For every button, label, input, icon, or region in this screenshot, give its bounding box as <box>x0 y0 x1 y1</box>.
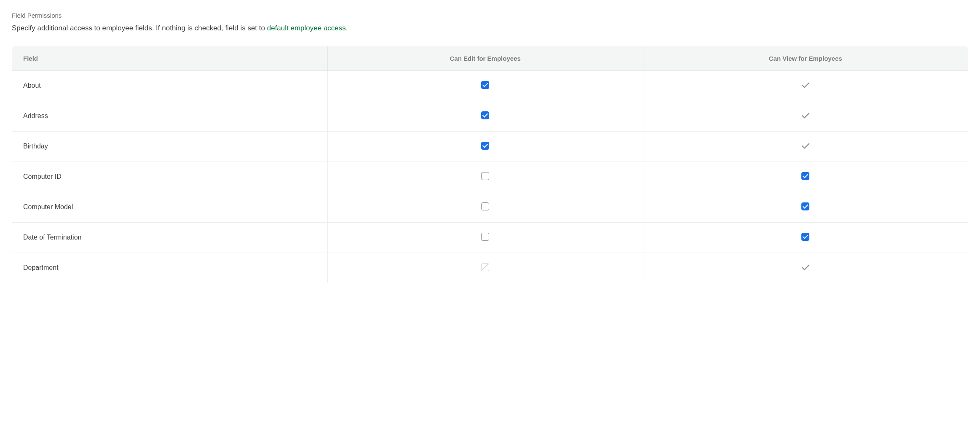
field-name-cell: Address <box>12 101 328 131</box>
field-name-cell: Computer ID <box>12 162 328 192</box>
field-name-cell: About <box>12 70 328 101</box>
checkbox-edit-unchecked[interactable] <box>481 202 489 210</box>
edit-cell <box>327 70 643 101</box>
field-name-cell: Computer Model <box>12 192 328 222</box>
checkbox-edit-disabled <box>481 263 489 271</box>
table-row: Date of Termination <box>12 222 968 253</box>
col-view: Can View for Employees <box>643 46 968 70</box>
default-access-link[interactable]: default employee access. <box>267 24 348 32</box>
description-text: Specify additional access to employee fi… <box>12 24 267 32</box>
checkmark-icon <box>801 142 811 150</box>
edit-cell <box>327 192 643 222</box>
checkmark-icon <box>801 111 811 120</box>
table-row: About <box>12 70 968 101</box>
checkbox-view-checked[interactable] <box>801 202 809 210</box>
view-cell <box>643 192 968 222</box>
table-row: Birthday <box>12 131 968 162</box>
view-cell <box>643 162 968 192</box>
table-row: Computer Model <box>12 192 968 222</box>
checkbox-view-checked[interactable] <box>801 172 809 180</box>
view-cell <box>643 222 968 253</box>
view-cell <box>643 70 968 101</box>
col-field: Field <box>12 46 328 70</box>
edit-cell <box>327 253 643 283</box>
table-row: Department <box>12 253 968 283</box>
table-row: Computer ID <box>12 162 968 192</box>
section-description: Specify additional access to employee fi… <box>12 23 968 33</box>
field-name-cell: Department <box>12 253 328 283</box>
checkbox-edit-unchecked[interactable] <box>481 172 489 180</box>
checkbox-edit-checked[interactable] <box>481 142 489 150</box>
view-cell <box>643 101 968 131</box>
edit-cell <box>327 222 643 253</box>
table-row: Address <box>12 101 968 131</box>
col-edit: Can Edit for Employees <box>327 46 643 70</box>
view-cell <box>643 253 968 283</box>
field-name-cell: Date of Termination <box>12 222 328 253</box>
checkmark-icon <box>801 263 811 272</box>
view-cell <box>643 131 968 162</box>
checkmark-icon <box>801 81 811 89</box>
table-header-row: Field Can Edit for Employees Can View fo… <box>12 46 968 70</box>
checkbox-edit-unchecked[interactable] <box>481 233 489 241</box>
checkbox-edit-checked[interactable] <box>481 81 489 89</box>
section-heading: Field Permissions <box>12 12 968 19</box>
field-name-cell: Birthday <box>12 131 328 162</box>
edit-cell <box>327 101 643 131</box>
field-permissions-table: Field Can Edit for Employees Can View fo… <box>12 46 968 283</box>
edit-cell <box>327 131 643 162</box>
checkbox-view-checked[interactable] <box>801 233 809 241</box>
edit-cell <box>327 162 643 192</box>
checkbox-edit-checked[interactable] <box>481 111 489 119</box>
